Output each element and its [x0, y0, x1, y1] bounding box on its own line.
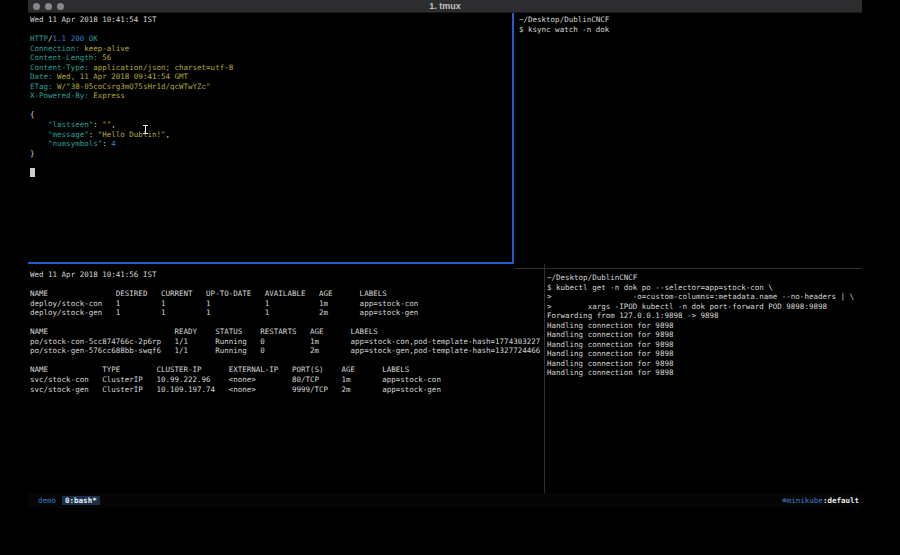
kubectl-resources-tables: NAME DESIRED CURRENT UP-TO-DATE AVAILABL…: [30, 289, 543, 394]
timestamp-bottom-left: Wed 11 Apr 2018 10:41:56 IST: [30, 270, 543, 280]
pane-http-response[interactable]: Wed 11 Apr 2018 10:41:54 IST HTTP/1.1 20…: [28, 13, 512, 263]
http-response-headers: HTTP/1.1 200 OK Connection: keep-alive C…: [30, 34, 512, 101]
window-titlebar: 1. tmux: [28, 0, 862, 13]
pane-divider-vertical-top[interactable]: [512, 13, 514, 264]
pane-divider-horizontal-left[interactable]: [28, 262, 514, 264]
kube-namespace: :default: [823, 496, 859, 505]
window-title: 1. tmux: [28, 1, 862, 11]
tmux-session-name: demo: [38, 496, 56, 505]
port-forward-output: ~/Desktop/DublinCNCF $ kubectl get -n do…: [547, 273, 862, 378]
pane-ksync[interactable]: ~/Desktop/DublinCNCF $ ksync watch -n do…: [517, 13, 862, 268]
tmux-status-bar: demo 0:bash* ☸ minikube :default: [28, 493, 862, 508]
kube-context: minikube: [787, 496, 823, 505]
mouse-cursor: [145, 125, 146, 134]
ksync-terminal-output: ~/Desktop/DublinCNCF $ ksync watch -n do…: [519, 15, 862, 34]
screen: 1. tmux Wed 11 Apr 2018 10:41:54 IST HTT…: [0, 0, 900, 555]
pane-divider-vertical-bottom[interactable]: [544, 264, 545, 493]
pane-divider-horizontal-right[interactable]: [514, 268, 862, 269]
timestamp-top-left: Wed 11 Apr 2018 10:41:54 IST: [30, 15, 512, 25]
http-response-json-body: { "lastseen": "", "message": "Hello Dubl…: [30, 110, 512, 177]
tmux-window-tab[interactable]: 0:bash*: [62, 496, 100, 505]
pane-kubectl-get[interactable]: Wed 11 Apr 2018 10:41:56 IST NAME DESIRE…: [28, 266, 543, 493]
pane-port-forward[interactable]: ~/Desktop/DublinCNCF $ kubectl get -n do…: [546, 271, 862, 493]
terminal-grid: Wed 11 Apr 2018 10:41:54 IST HTTP/1.1 20…: [28, 13, 862, 493]
terminal-window: 1. tmux Wed 11 Apr 2018 10:41:54 IST HTT…: [28, 0, 862, 508]
